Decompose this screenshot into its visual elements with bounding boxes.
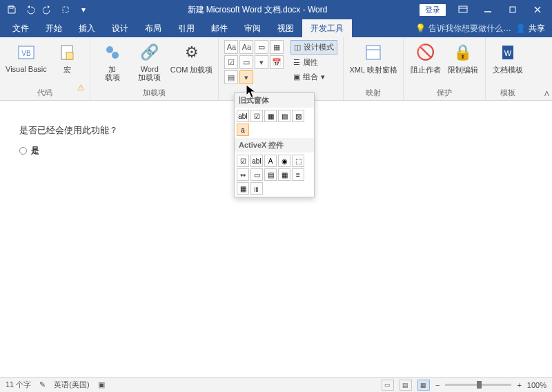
com-addins-icon: ⚙ (181, 41, 203, 63)
combo-box-control-icon[interactable]: ▭ (239, 55, 253, 69)
group-mapping-label: 映射 (349, 86, 397, 100)
login-button[interactable]: 登录 (420, 4, 446, 16)
group-code-label: 代码 (6, 86, 84, 100)
checkbox-control-icon[interactable]: ☑ (224, 55, 238, 69)
visual-basic-icon: VB (15, 41, 37, 63)
zoom-out-button[interactable]: − (435, 381, 440, 389)
share-button[interactable]: 👤 共享 (515, 23, 545, 35)
radio-icon[interactable] (19, 147, 27, 155)
tab-insert[interactable]: 插入 (70, 19, 103, 37)
legacy-frame-icon[interactable]: ▤ (278, 110, 290, 122)
legacy-tools-button[interactable]: ▾ (239, 70, 253, 84)
tab-file[interactable]: 文件 (4, 19, 37, 37)
collapse-ribbon-icon[interactable]: ᐱ (544, 90, 549, 97)
word-addins-button[interactable]: 🔗 Word加载项 (133, 40, 166, 81)
ax-button-icon[interactable]: ▭ (250, 168, 263, 181)
ax-spin-icon[interactable]: ▦ (237, 182, 249, 195)
visual-basic-button[interactable]: VB Visual Basic (6, 40, 47, 73)
zoom-level[interactable]: 100% (527, 381, 546, 389)
repeating-section-control-icon[interactable]: ▤ (224, 70, 238, 84)
group-control-button[interactable]: ▣ 组合▾ (290, 70, 337, 84)
ax-textbox-icon[interactable]: abl (250, 155, 263, 167)
group-icon: ▣ (293, 72, 300, 81)
spell-check-icon[interactable]: ✎ (39, 380, 46, 389)
zoom-slider-thumb[interactable] (477, 381, 482, 389)
legacy-shading-icon[interactable]: ▨ (292, 110, 304, 122)
macro-record-icon[interactable]: ▣ (98, 380, 105, 389)
svg-text:VB: VB (21, 50, 31, 57)
legacy-forms-header: 旧式窗体 (235, 93, 314, 108)
legacy-tools-dropdown: 旧式窗体 abl ☑ ▦ ▤ ▨ a ActiveX 控件 ☑ abl A ◉ … (234, 92, 315, 197)
tab-developer[interactable]: 开发工具 (302, 19, 352, 37)
ax-scrollbar-icon[interactable]: ⇔ (237, 168, 249, 181)
ax-more-icon[interactable]: ⫼ (250, 182, 263, 195)
warning-icon: ⚠ (77, 83, 85, 92)
language-indicator[interactable]: 英语(美国) (54, 380, 89, 390)
document-template-icon: W (497, 41, 519, 63)
ribbon-display-icon[interactable] (451, 1, 475, 18)
web-layout-icon[interactable]: ▦ (417, 380, 430, 391)
legacy-text-field-icon[interactable]: abl (237, 110, 249, 122)
building-block-control-icon[interactable]: ▦ (270, 40, 284, 54)
undo-icon[interactable] (22, 2, 37, 17)
addins-button[interactable]: 加载项 (96, 40, 129, 81)
tab-references[interactable]: 引用 (170, 19, 203, 37)
macros-button[interactable]: 宏 (51, 40, 84, 75)
maximize-button[interactable] (501, 1, 524, 18)
restrict-editing-icon: 🔒 (452, 41, 474, 63)
legacy-reset-icon[interactable]: a (237, 124, 249, 136)
addins-icon (101, 41, 124, 63)
word-count[interactable]: 11 个字 (6, 380, 31, 390)
tab-mailings[interactable]: 邮件 (203, 19, 236, 37)
design-mode-button[interactable]: ◫ 设计模式 (290, 40, 337, 55)
minimize-button[interactable] (476, 1, 500, 18)
ax-option-icon[interactable]: ◉ (278, 155, 290, 167)
tab-home[interactable]: 开始 (37, 19, 70, 37)
ax-combobox-icon[interactable]: ▦ (278, 168, 290, 181)
svg-rect-5 (510, 7, 515, 12)
picture-control-icon[interactable]: ▭ (255, 40, 268, 54)
ax-checkbox-icon[interactable]: ☑ (237, 155, 249, 167)
read-mode-icon[interactable]: ▭ (382, 380, 394, 391)
plain-text-control-icon[interactable]: Aa (239, 40, 253, 54)
svg-text:W: W (504, 49, 512, 57)
ax-listbox-icon[interactable]: ▤ (264, 168, 277, 181)
restrict-editing-button[interactable]: 🔒 限制编辑 (446, 40, 480, 75)
redo-icon[interactable] (40, 2, 55, 17)
com-addins-button[interactable]: ⚙ COM 加载项 (170, 40, 213, 75)
word-addins-icon: 🔗 (139, 41, 161, 63)
tell-me-placeholder: 告诉我你想要做什么… (428, 23, 511, 35)
document-template-button[interactable]: W 文档模板 (491, 40, 524, 75)
legacy-checkbox-icon[interactable]: ☑ (250, 110, 263, 122)
rich-text-control-icon[interactable]: Aa (224, 40, 238, 54)
xml-mapping-button[interactable]: XML 映射窗格 (349, 40, 397, 75)
zoom-slider[interactable] (445, 384, 511, 386)
quick-access-toolbar: ▾ (0, 2, 95, 17)
properties-button[interactable]: ☰ 属性 (290, 56, 337, 69)
legacy-forms-grid: abl ☑ ▦ ▤ ▨ a (235, 108, 314, 138)
legacy-dropdown-icon[interactable]: ▦ (264, 110, 277, 122)
block-authors-button[interactable]: 🚫 阻止作者 (409, 40, 442, 75)
group-templates-label: 模板 (491, 86, 524, 100)
save-icon[interactable] (4, 2, 19, 17)
ax-toggle-icon[interactable]: ≡ (292, 168, 304, 181)
print-layout-icon[interactable]: ▤ (400, 380, 412, 391)
svg-rect-14 (366, 46, 380, 59)
svg-rect-2 (459, 6, 467, 12)
macros-icon (57, 41, 79, 63)
qat-customize-icon[interactable]: ▾ (76, 2, 91, 17)
tell-me-search[interactable]: 💡 告诉我你想要做什么… (415, 23, 511, 35)
svg-rect-11 (66, 52, 73, 59)
group-templates: W 文档模板 模板 (486, 37, 530, 100)
tab-review[interactable]: 审阅 (236, 19, 269, 37)
ax-image-icon[interactable]: ⬚ (292, 155, 304, 167)
ax-label-icon[interactable]: A (264, 155, 277, 167)
date-picker-control-icon[interactable]: 📅 (270, 55, 284, 69)
dropdown-control-icon[interactable]: ▾ (255, 55, 268, 69)
tab-layout[interactable]: 布局 (137, 19, 170, 37)
zoom-in-button[interactable]: + (517, 381, 521, 389)
tab-design[interactable]: 设计 (103, 19, 137, 37)
close-button[interactable] (526, 1, 549, 18)
tab-view[interactable]: 视图 (269, 19, 302, 37)
repeat-icon[interactable] (58, 2, 73, 17)
